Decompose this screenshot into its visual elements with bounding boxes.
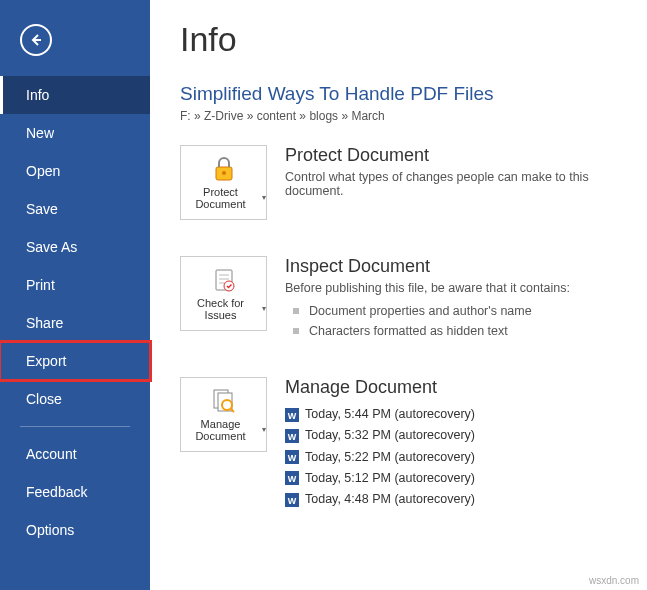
svg-text:W: W (288, 496, 297, 506)
sidebar-label: Close (26, 391, 62, 407)
inspect-desc: Before publishing this file, be aware th… (285, 281, 617, 295)
version-item[interactable]: WToday, 5:22 PM (autorecovery) (285, 447, 617, 468)
document-title: Simplified Ways To Handle PDF Files (180, 83, 617, 105)
inspect-bullets: Document properties and author's name Ch… (285, 301, 617, 341)
section-protect: Protect Document Protect Document Contro… (180, 145, 617, 220)
breadcrumb: F: » Z-Drive » content » blogs » March (180, 109, 617, 123)
sidebar-item-save[interactable]: Save (0, 190, 150, 228)
sidebar-label: Share (26, 315, 63, 331)
sidebar-item-export[interactable]: Export (0, 342, 150, 380)
sidebar-item-options[interactable]: Options (0, 511, 150, 549)
inspect-bullet: Document properties and author's name (285, 301, 617, 321)
back-arrow-icon (28, 32, 44, 48)
sidebar-label: Save (26, 201, 58, 217)
page-title: Info (180, 20, 617, 59)
svg-text:W: W (288, 453, 297, 463)
sidebar-label: Print (26, 277, 55, 293)
version-item[interactable]: WToday, 4:48 PM (autorecovery) (285, 489, 617, 510)
backstage-sidebar: Info New Open Save Save As Print Share E… (0, 0, 150, 590)
watermark: wsxdn.com (589, 575, 639, 586)
protect-title: Protect Document (285, 145, 617, 166)
svg-text:W: W (288, 474, 297, 484)
sidebar-item-share[interactable]: Share (0, 304, 150, 342)
word-icon: W (285, 429, 299, 443)
manage-title: Manage Document (285, 377, 617, 398)
svg-text:W: W (288, 432, 297, 442)
version-label: Today, 5:22 PM (autorecovery) (305, 447, 475, 468)
sidebar-label: Export (26, 353, 66, 369)
sidebar-label: Account (26, 446, 77, 462)
sidebar-label: Save As (26, 239, 77, 255)
word-icon: W (285, 471, 299, 485)
sidebar-label: Options (26, 522, 74, 538)
inspect-icon (210, 266, 238, 294)
protect-document-button[interactable]: Protect Document (180, 145, 267, 220)
sidebar-item-feedback[interactable]: Feedback (0, 473, 150, 511)
sidebar-label: Info (26, 87, 49, 103)
version-label: Today, 5:32 PM (autorecovery) (305, 425, 475, 446)
sidebar-item-save-as[interactable]: Save As (0, 228, 150, 266)
tile-label: Protect Document (181, 186, 266, 210)
version-item[interactable]: WToday, 5:12 PM (autorecovery) (285, 468, 617, 489)
version-label: Today, 5:44 PM (autorecovery) (305, 404, 475, 425)
sidebar-item-print[interactable]: Print (0, 266, 150, 304)
tile-label: Check for Issues (181, 297, 266, 321)
sidebar-divider (20, 426, 130, 427)
lock-icon (210, 155, 238, 183)
sidebar-item-info[interactable]: Info (0, 76, 150, 114)
tile-label: Manage Document (181, 418, 266, 442)
sidebar-label: New (26, 125, 54, 141)
word-icon: W (285, 450, 299, 464)
manage-icon (210, 387, 238, 415)
word-icon: W (285, 493, 299, 507)
check-issues-button[interactable]: Check for Issues (180, 256, 267, 331)
section-inspect: Check for Issues Inspect Document Before… (180, 256, 617, 341)
sidebar-item-new[interactable]: New (0, 114, 150, 152)
version-list: WToday, 5:44 PM (autorecovery) WToday, 5… (285, 404, 617, 510)
sidebar-label: Open (26, 163, 60, 179)
svg-text:W: W (288, 411, 297, 421)
version-label: Today, 4:48 PM (autorecovery) (305, 489, 475, 510)
word-icon: W (285, 408, 299, 422)
inspect-bullet: Characters formatted as hidden text (285, 321, 617, 341)
version-item[interactable]: WToday, 5:44 PM (autorecovery) (285, 404, 617, 425)
manage-document-button[interactable]: Manage Document (180, 377, 267, 452)
section-manage: Manage Document Manage Document WToday, … (180, 377, 617, 510)
sidebar-item-open[interactable]: Open (0, 152, 150, 190)
sidebar-item-close[interactable]: Close (0, 380, 150, 418)
inspect-title: Inspect Document (285, 256, 617, 277)
version-label: Today, 5:12 PM (autorecovery) (305, 468, 475, 489)
version-item[interactable]: WToday, 5:32 PM (autorecovery) (285, 425, 617, 446)
main-content: Info Simplified Ways To Handle PDF Files… (150, 0, 647, 590)
sidebar-item-account[interactable]: Account (0, 435, 150, 473)
back-button[interactable] (20, 24, 52, 56)
sidebar-label: Feedback (26, 484, 87, 500)
protect-desc: Control what types of changes people can… (285, 170, 617, 198)
svg-point-1 (222, 171, 226, 175)
